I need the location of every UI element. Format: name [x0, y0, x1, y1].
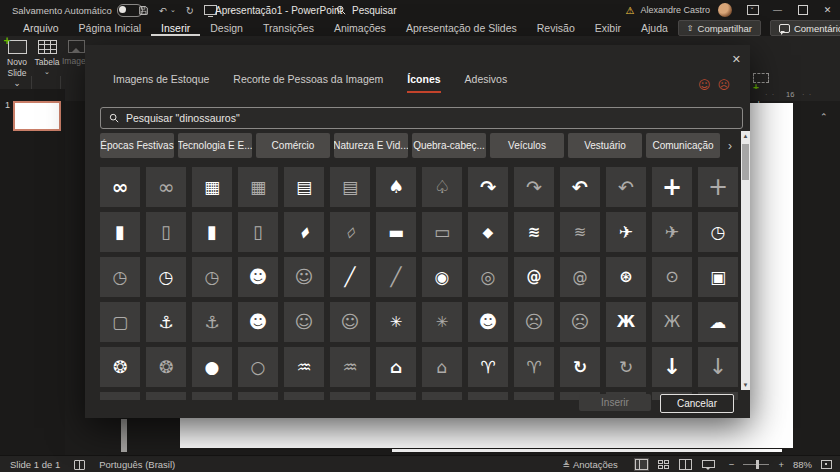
icon-yarn-outline[interactable]: ◎: [468, 257, 508, 297]
zoom-slider-thumb[interactable]: [756, 460, 759, 469]
icon-needle-thread-outline[interactable]: ╱: [376, 257, 416, 297]
menu-tab-transicoes[interactable]: Transições: [253, 20, 324, 36]
icon-yarn-filled[interactable]: ◉: [422, 257, 462, 297]
icon-alarm-ringing-filled[interactable]: ◷: [146, 257, 186, 297]
category-pill-veiculos[interactable]: Veículos: [490, 133, 564, 158]
icon-ambulance-outline[interactable]: ▢: [100, 302, 140, 342]
icon-address-book-outline[interactable]: ▯: [146, 212, 186, 252]
undo-dropdown-icon[interactable]: ⌄: [170, 6, 176, 14]
icon-apple-outline[interactable]: ○: [238, 347, 278, 387]
icon-acorn-filled[interactable]: ♠: [376, 167, 416, 207]
icon-arrow-curve-left-outline[interactable]: ↶: [606, 167, 646, 207]
category-pill-comunicacao[interactable]: Comunicação: [646, 133, 720, 158]
dialog-tab-imagens-de-estoque[interactable]: Imagens de Estoque: [113, 73, 209, 93]
dialog-tab-icones[interactable]: Ícones: [407, 73, 440, 93]
icon-abacus-filled[interactable]: ▦: [192, 167, 232, 207]
icon-tile-clipped[interactable]: [514, 392, 554, 400]
minimize-button[interactable]: —: [765, 0, 790, 20]
icon-arrow-curve-right-filled[interactable]: ↷: [468, 167, 508, 207]
slide-sorter-view-button[interactable]: [657, 459, 670, 470]
menu-tab-ajuda[interactable]: Ajuda: [631, 20, 678, 36]
icon-angry-face-outline[interactable]: ☹: [514, 302, 554, 342]
dialog-tab-recorte-de-pessoas-da-imagem[interactable]: Recorte de Pessoas da Imagem: [233, 73, 383, 93]
icon-africa-filled[interactable]: ◆: [468, 212, 508, 252]
icon-angel-face-filled[interactable]: ☻: [238, 302, 278, 342]
icon-airplane-outline[interactable]: ✈: [652, 212, 692, 252]
categories-scroll-right-icon[interactable]: ›: [724, 133, 736, 158]
icon-anchor-outline[interactable]: ⚓: [192, 302, 232, 342]
icon-tape-measure-outline[interactable]: @: [560, 257, 600, 297]
comments-button[interactable]: Comentários: [770, 20, 840, 36]
close-button[interactable]: ✕: [815, 0, 840, 20]
collapse-ribbon-icon[interactable]: ⌃: [820, 112, 828, 122]
icon-angry-face-2-outline[interactable]: ☹: [560, 302, 600, 342]
zoom-level[interactable]: 88%: [793, 459, 812, 470]
zoom-out-button[interactable]: −: [729, 459, 735, 470]
menu-tab-pagina-inicial[interactable]: Página Inicial: [69, 20, 151, 36]
proofing-icon[interactable]: [74, 460, 85, 470]
save-icon[interactable]: [138, 5, 149, 16]
cancel-button[interactable]: Cancelar: [660, 394, 734, 413]
language-indicator[interactable]: Português (Brasil): [99, 459, 175, 470]
icon-aperture-outline[interactable]: ❂: [146, 347, 186, 387]
icon-tile-clipped[interactable]: [238, 392, 278, 400]
icon-tile-clipped[interactable]: [376, 392, 416, 400]
icon-tile-clipped[interactable]: [422, 392, 462, 400]
icon-arrow-curve-right-outline[interactable]: ↷: [514, 167, 554, 207]
icon-abacus-outline[interactable]: ▦: [238, 167, 278, 207]
slide-thumbnail[interactable]: [13, 101, 61, 131]
icon-arrows-refresh-filled[interactable]: ↻: [560, 347, 600, 387]
category-pill-epocas-festivas[interactable]: Épocas Festivas: [100, 133, 174, 158]
icon-aquarius-filled[interactable]: ♒: [284, 347, 324, 387]
icon-needle-thread-filled[interactable]: ╱: [330, 257, 370, 297]
icon-tile-clipped[interactable]: [468, 392, 508, 400]
dialog-close-icon[interactable]: ✕: [732, 53, 741, 66]
category-pill-comercio[interactable]: Comércio: [256, 133, 330, 158]
category-pill-tecnologia-e-e[interactable]: Tecnologia E E...: [178, 133, 252, 158]
icon-anchor-filled[interactable]: ⚓: [146, 302, 186, 342]
category-pill-quebra-cabec[interactable]: Quebra-cabeç...: [412, 133, 486, 158]
redo-icon[interactable]: ↻: [186, 5, 194, 16]
canvas-scrollbar[interactable]: [392, 449, 782, 452]
icon-tile-clipped[interactable]: [192, 392, 232, 400]
titlebar-search[interactable]: Pesquisar: [336, 0, 396, 20]
icon-aries-filled[interactable]: ♈: [468, 347, 508, 387]
menu-tab-inserir[interactable]: Inserir: [151, 20, 200, 36]
feedback-smile-icon[interactable]: ☺: [698, 78, 711, 92]
icon-billboard-outline[interactable]: ▭: [422, 212, 462, 252]
icon-address-book-2-filled[interactable]: ▮: [192, 212, 232, 252]
category-pill-vestuario[interactable]: Vestuário: [568, 133, 642, 158]
share-button[interactable]: ⇧ Compartilhar: [678, 20, 761, 36]
menu-tab-apresentacao-de-slides[interactable]: Apresentação de Slides: [396, 20, 527, 36]
slideshow-button[interactable]: [701, 459, 714, 470]
zoom-slider[interactable]: [743, 464, 769, 465]
icon-abacus-2-outline[interactable]: ▤: [330, 167, 370, 207]
icon-farm-field-filled[interactable]: ≋: [514, 212, 554, 252]
category-pill-natureza-e-vid[interactable]: Natureza E Vid...: [334, 133, 408, 158]
icon-tile-clipped[interactable]: [146, 392, 186, 400]
icon-antarctica-filled[interactable]: ☁: [698, 302, 738, 342]
icon-alien-filled[interactable]: ☻: [238, 257, 278, 297]
icon-arrow-curve-left-filled[interactable]: ↶: [560, 167, 600, 207]
icon-address-book-2-outline[interactable]: ▯: [238, 212, 278, 252]
thumbnail-panel-scrollbar[interactable]: [121, 419, 127, 452]
icon-acorn-outline[interactable]: ♤: [422, 167, 462, 207]
icon-address-book-filled[interactable]: ▮: [100, 212, 140, 252]
icon-alarm-ringing-outline[interactable]: ◷: [192, 257, 232, 297]
dialog-tab-adesivos[interactable]: Adesivos: [465, 73, 508, 93]
menu-tab-animacoes[interactable]: Animações: [324, 20, 396, 36]
icon-tile-clipped[interactable]: [284, 392, 324, 400]
icon-3d-glasses-filled[interactable]: ∞: [100, 167, 140, 207]
icon-3d-glasses-outline[interactable]: ∞: [146, 167, 186, 207]
icon-alarm-clock-filled[interactable]: ◷: [698, 212, 738, 252]
icon-bandage-outline[interactable]: ▱: [330, 212, 370, 252]
icon-ambulance-filled[interactable]: ▣: [698, 257, 738, 297]
icon-angel-face-outline[interactable]: ☺: [284, 302, 324, 342]
icon-aperture-filled[interactable]: ❂: [100, 347, 140, 387]
maximize-button[interactable]: [790, 0, 815, 20]
icon-alien-outline[interactable]: ☺: [284, 257, 324, 297]
menu-tab-design[interactable]: Design: [200, 20, 253, 36]
icon-anger-symbol-filled[interactable]: ✳: [376, 302, 416, 342]
icon-arrow-down-outline[interactable]: ↓: [698, 347, 738, 387]
icon-alarm-clock-outline[interactable]: ◷: [100, 257, 140, 297]
